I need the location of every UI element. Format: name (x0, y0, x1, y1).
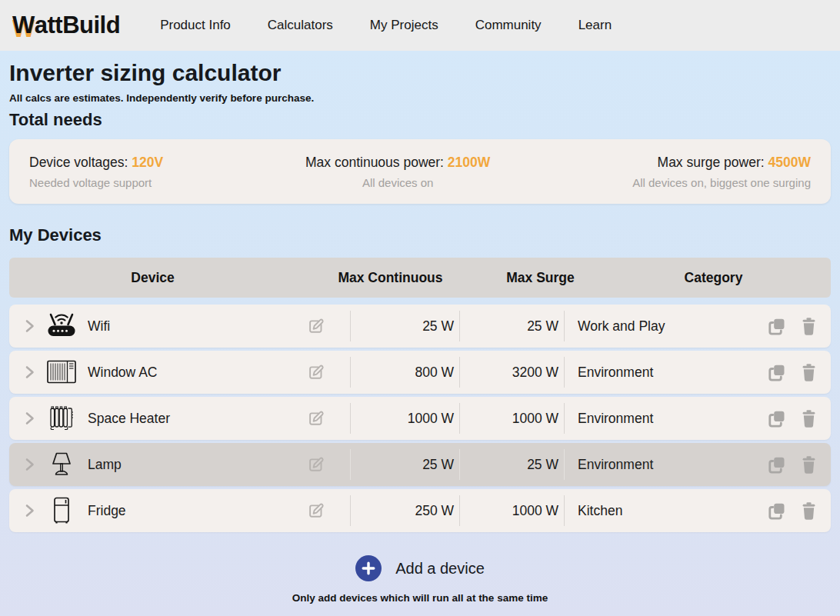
page-title: Inverter sizing calculator (9, 51, 831, 86)
trash-icon[interactable] (799, 362, 818, 383)
category-value: Environment (578, 457, 653, 473)
table-row[interactable]: Fridge 250 W 1000 W Kitchen (9, 489, 831, 532)
device-icon (43, 496, 80, 525)
device-table-body: Wifi 25 W 25 W Work and Play (9, 305, 831, 532)
chevron-right-icon[interactable] (22, 318, 37, 335)
trash-icon[interactable] (799, 501, 818, 521)
category-cell: Work and Play (564, 305, 831, 348)
max-surge-value: 1000 W (459, 397, 564, 440)
chevron-right-icon[interactable] (22, 410, 37, 427)
calculator-page: Inverter sizing calculator All calcs are… (0, 51, 840, 616)
max-continuous-value: 25 W (350, 305, 459, 348)
nav-item-learn[interactable]: Learn (560, 10, 630, 41)
max-surge-value: 25 W (459, 443, 564, 486)
stat-value: 2100W (448, 155, 490, 170)
logo-text: attBuild (35, 12, 120, 38)
device-cell: Window AC (9, 351, 350, 394)
duplicate-icon[interactable] (766, 316, 787, 337)
chevron-right-icon[interactable] (22, 502, 37, 519)
add-device-label: Add a device (395, 560, 485, 578)
stat-label: Max continuous power: (305, 155, 444, 170)
add-device-button[interactable]: Add a device (9, 555, 831, 581)
table-row[interactable]: Wifi 25 W 25 W Work and Play (9, 305, 831, 348)
edit-icon[interactable] (306, 409, 325, 428)
row-actions (766, 455, 818, 475)
device-cell: Lamp (9, 443, 350, 486)
stat-line: Max surge power: 4500W (632, 155, 811, 171)
trash-icon[interactable] (799, 408, 818, 429)
row-actions (766, 316, 818, 337)
stat-max-continuous-power: Max continuous power: 2100W All devices … (305, 155, 490, 189)
category-value: Environment (578, 411, 653, 427)
nav-item-my-projects[interactable]: My Projects (352, 10, 457, 41)
category-cell: Environment (564, 443, 831, 486)
stat-label: Max surge power: (658, 155, 765, 170)
stat-line: Max continuous power: 2100W (305, 155, 490, 171)
table-row[interactable]: Window AC 800 W 3200 W Environment (9, 351, 831, 394)
stat-device-voltages: Device voltages: 120V Needed voltage sup… (29, 155, 163, 189)
table-row[interactable]: Space Heater 1000 W 1000 W Environment (9, 397, 831, 440)
device-name: Space Heater (88, 411, 170, 427)
stat-label: Device voltages: (29, 155, 128, 170)
duplicate-icon[interactable] (766, 455, 787, 475)
max-continuous-value: 25 W (350, 443, 459, 486)
column-header-max-continuous: Max Continuous (296, 270, 485, 286)
device-name: Window AC (88, 365, 157, 381)
category-value: Kitchen (578, 503, 622, 519)
device-icon (43, 450, 80, 479)
column-header-max-surge: Max Surge (485, 270, 596, 286)
nav-item-community[interactable]: Community (457, 10, 560, 41)
chevron-right-icon[interactable] (22, 456, 37, 473)
nav-item-calculators[interactable]: Calculators (249, 10, 352, 41)
nav-item-product-info[interactable]: Product Info (142, 10, 249, 41)
device-icon (43, 311, 80, 341)
stat-value: 120V (132, 155, 163, 170)
category-value: Environment (578, 365, 653, 381)
chevron-right-icon[interactable] (22, 364, 37, 381)
category-cell: Environment (564, 351, 831, 394)
column-header-device: Device (9, 270, 296, 286)
stat-value: 4500W (768, 155, 811, 170)
edit-icon[interactable] (306, 363, 325, 382)
logo-w-black: W (12, 12, 35, 38)
column-header-category: Category (596, 270, 831, 286)
device-name: Lamp (88, 457, 122, 473)
wattbuild-logo[interactable]: WWattBuild (12, 12, 120, 39)
max-surge-value: 3200 W (459, 351, 564, 394)
stat-max-surge-power: Max surge power: 4500W All devices on, b… (632, 155, 811, 189)
max-continuous-value: 1000 W (350, 397, 459, 440)
stat-subtext: All devices on, biggest one surging (632, 176, 811, 189)
stat-line: Device voltages: 120V (29, 155, 163, 171)
category-cell: Kitchen (564, 489, 831, 532)
device-table-header: Device Max Continuous Max Surge Category (9, 258, 831, 298)
main-nav: Product Info Calculators My Projects Com… (142, 10, 630, 41)
trash-icon[interactable] (799, 316, 818, 337)
device-cell: Fridge (9, 489, 350, 532)
edit-icon[interactable] (306, 455, 325, 474)
total-needs-card: Device voltages: 120V Needed voltage sup… (9, 139, 831, 204)
max-surge-value: 25 W (459, 305, 564, 348)
trash-icon[interactable] (799, 455, 818, 475)
edit-icon[interactable] (306, 501, 325, 521)
plus-icon[interactable] (355, 555, 382, 581)
device-icon (43, 358, 80, 387)
duplicate-icon[interactable] (766, 408, 787, 429)
table-row[interactable]: Lamp 25 W 25 W Environment (9, 443, 831, 486)
disclaimer-text: All calcs are estimates. Independently v… (9, 92, 831, 104)
max-surge-value: 1000 W (459, 489, 564, 532)
duplicate-icon[interactable] (766, 362, 787, 383)
row-actions (766, 501, 818, 521)
category-cell: Environment (564, 397, 831, 440)
device-icon (43, 404, 80, 433)
edit-icon[interactable] (306, 317, 325, 336)
logo-w-mark: WW (12, 12, 35, 39)
device-cell: Space Heater (9, 397, 350, 440)
total-needs-heading: Total needs (9, 110, 831, 130)
my-devices-heading: My Devices (9, 225, 831, 245)
duplicate-icon[interactable] (766, 501, 787, 521)
device-name: Wifi (88, 318, 110, 335)
device-name: Fridge (88, 503, 126, 519)
stat-subtext: Needed voltage support (29, 176, 163, 189)
row-actions (766, 362, 818, 383)
add-device-note: Only add devices which will run all at t… (9, 592, 831, 604)
